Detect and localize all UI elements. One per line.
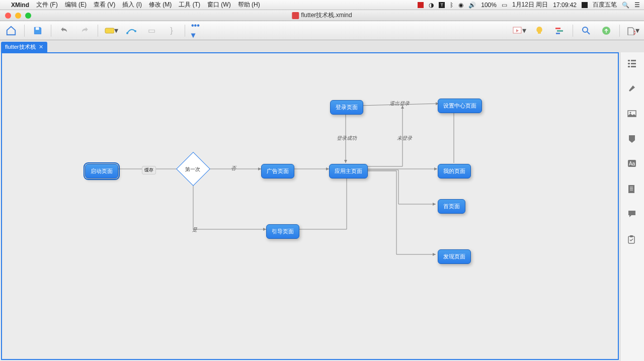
battery-text: 100% [481,2,497,9]
gantt-button[interactable] [552,24,567,38]
search-button[interactable] [579,24,593,38]
bluetooth-icon[interactable]: ᛒ [450,2,453,9]
svg-rect-26 [628,185,634,193]
edge-label-no: 否 [231,165,236,172]
image-icon[interactable] [627,109,638,120]
menu-view[interactable]: 查看 (V) [94,1,115,9]
macos-menubar: XMind 文件 (F) 编辑 (E) 查看 (V) 插入 (I) 修改 (M)… [0,0,644,10]
volume-icon[interactable]: 🔊 [468,2,476,9]
svg-rect-19 [631,63,636,64]
svg-rect-0 [36,27,39,30]
summary-button[interactable]: } [165,24,179,38]
svg-rect-18 [628,63,630,64]
window-titlebar: flutter技术栈.xmind [0,10,644,21]
node-discover[interactable]: 发现页面 [438,249,471,264]
svg-line-9 [587,32,590,34]
minimize-button[interactable] [15,13,21,19]
svg-rect-16 [628,60,630,61]
menu-window[interactable]: 窗口 (W) [207,1,231,9]
boundary-button[interactable]: ▭ [144,24,158,38]
export-button[interactable]: ▾ [626,24,640,38]
status-icon[interactable]: T [439,2,445,8]
tab-bar: flutter技术栈 ✕ [0,40,644,52]
svg-point-8 [583,27,588,32]
redo-button[interactable] [77,24,92,38]
menu-modify[interactable]: 修改 (M) [149,1,172,9]
marker-icon[interactable] [627,134,638,145]
maximize-button[interactable] [25,13,31,19]
wifi-icon[interactable]: ◉ [458,2,463,9]
menu-file[interactable]: 文件 (F) [36,1,58,9]
spotlight-icon[interactable]: 🔍 [622,2,629,9]
node-login[interactable]: 登录页面 [330,100,363,115]
relationship-button[interactable] [124,24,138,38]
node-home[interactable]: 首页面 [438,199,465,214]
svg-rect-21 [631,66,636,67]
share-button[interactable] [599,24,613,38]
date-text: 1月12日 周日 [512,1,548,9]
ime-text: 百度五笔 [593,1,617,9]
node-decision[interactable]: 第一次 [176,152,210,186]
xmind-file-icon [292,12,299,19]
format-icon[interactable] [627,83,638,95]
edge-label-yes: 是 [192,226,197,233]
outline-icon[interactable] [627,58,638,69]
text-icon[interactable]: Aa [627,159,638,170]
close-button[interactable] [5,13,11,19]
more-button[interactable]: ••• ▾ [191,24,205,38]
document-tab[interactable]: flutter技术栈 ✕ [1,42,47,52]
menu-icon[interactable]: ☰ [634,2,640,9]
svg-point-2 [126,32,128,34]
node-start[interactable]: 启动页面 [85,164,118,178]
svg-rect-20 [628,66,630,67]
node-ad[interactable]: 广告页面 [261,164,294,178]
edge-label-not-login: 未登录 [397,135,412,142]
window-title: flutter技术栈.xmind [301,11,352,20]
time-text: 17:09:42 [553,2,577,9]
svg-rect-6 [557,30,563,32]
node-guide[interactable]: 引导页面 [266,224,299,239]
save-button[interactable] [31,24,45,38]
svg-point-23 [629,112,631,114]
node-settings[interactable]: 设置中心页面 [438,99,482,113]
idea-button[interactable] [532,24,546,38]
connection-lines [2,53,618,359]
edge-label-logout: 退出登录 [389,100,410,107]
edge-label-save: 缓存 [142,166,156,174]
status-icon[interactable]: ◑ [429,2,434,9]
svg-text:Aa: Aa [628,161,635,166]
task-icon[interactable] [627,234,638,245]
comments-icon[interactable] [627,209,638,220]
status-icon[interactable] [418,2,424,8]
svg-rect-7 [556,33,560,34]
toolbar: ▾ ▭ } ••• ▾ ▾ ▾ [0,21,644,40]
tab-label: flutter技术栈 [5,43,36,51]
svg-rect-31 [630,235,633,237]
undo-button[interactable] [57,24,71,38]
menu-tools[interactable]: 工具 (T) [179,1,200,9]
home-button[interactable] [4,24,18,38]
mindmap-canvas[interactable]: 启动页面 缓存 第一次 否 是 广告页面 引导页面 应用主页面 登录页面 登录成… [1,52,619,360]
menu-insert[interactable]: 插入 (I) [122,1,142,9]
edge-label-login-ok: 登录成功 [337,135,357,142]
side-panel: Aa [620,52,644,361]
close-tab-icon[interactable]: ✕ [39,44,43,50]
presentation-button[interactable]: ▾ [512,24,526,38]
battery-icon[interactable]: ▭ [502,2,507,9]
menu-help[interactable]: 帮助 (H) [238,1,260,9]
topic-button[interactable]: ▾ [104,24,118,38]
svg-rect-5 [555,28,560,29]
svg-rect-17 [631,60,636,61]
svg-point-3 [134,30,136,32]
app-name[interactable]: XMind [11,2,29,9]
notes-icon[interactable] [627,184,638,195]
svg-rect-1 [105,28,114,33]
node-mine[interactable]: 我的页面 [438,164,471,178]
menu-edit[interactable]: 编辑 (E) [65,1,87,9]
ime-icon[interactable] [582,2,588,8]
node-main[interactable]: 应用主页面 [329,164,368,178]
